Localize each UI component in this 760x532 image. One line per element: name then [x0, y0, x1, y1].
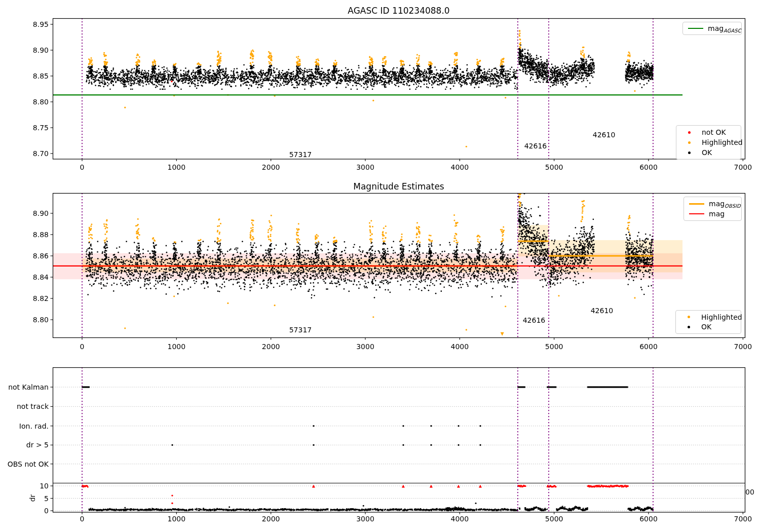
x-tick-label: 0 [80, 343, 85, 351]
legend-row: OK [681, 322, 736, 332]
y-tick-label: 8.80 [33, 316, 49, 324]
legend-top-markers: not OK Highlighted OK [676, 125, 741, 160]
x-tick-label: 5000 [545, 515, 563, 523]
legend-mag-lines: magOBSID mag [683, 197, 742, 221]
obsid-label-57317-middle: 57317 [289, 326, 312, 334]
x-tick-label: 5000 [545, 343, 563, 351]
category-label: OBS not OK [8, 460, 49, 468]
obsid-label-42610-top: 42610 [593, 131, 616, 139]
legend-row: OK [681, 147, 736, 158]
x-tick-label: 1000 [168, 343, 186, 351]
legend-label-highlighted: Highlighted [702, 138, 743, 146]
x-tick-label: 7000 [734, 515, 752, 523]
category-label: Ion. rad. [19, 422, 49, 430]
x-tick-label: 6000 [639, 343, 658, 351]
x-tick-label: 2000 [262, 163, 280, 171]
category-label: not track [17, 402, 49, 410]
top-plot-title: AGASC ID 110234088.0 [348, 6, 449, 16]
legend-label-mag-agasc: magAGASC [708, 24, 741, 32]
category-label: not Kalman [8, 383, 49, 391]
obsid-label-57317-top: 57317 [289, 150, 312, 159]
dr-axis-label: dr [28, 495, 36, 502]
x-tick-label: 0 [80, 163, 85, 171]
legend-row: not OK [681, 127, 736, 137]
red-line-sample [689, 213, 704, 214]
legend-label-highlighted: Highlighted [701, 313, 742, 321]
legend-row: magOBSID [689, 199, 736, 209]
x-tick-label: 2000 [262, 515, 280, 523]
legend-label-not-ok: not OK [702, 128, 726, 136]
x-tick-label: 4000 [451, 343, 469, 351]
black-dot-icon [688, 326, 690, 328]
legend-row: Highlighted [681, 137, 736, 147]
y-tick-label: 8.86 [33, 252, 49, 260]
legend-mag-agasc: magAGASC [682, 22, 742, 35]
plots-canvas [0, 0, 760, 532]
legend-row: Highlighted [681, 312, 736, 322]
orange-dot-icon [688, 141, 691, 144]
x-tick-label: 3000 [356, 515, 374, 523]
x-tick-label: 3000 [356, 163, 374, 171]
x-tick-label: 1000 [168, 515, 186, 523]
x-tick-label: 4000 [451, 163, 469, 171]
legend-label-ok: OK [702, 148, 712, 157]
y-tick-label: 8.70 [33, 149, 49, 158]
middle-plot-title: Magnitude Estimates [353, 181, 444, 192]
clipped-tick-label: 00 [745, 488, 754, 496]
dr-tick-label: 0 [44, 507, 49, 515]
obsid-label-42610-middle: 42610 [591, 307, 614, 315]
obsid-label-42616-top: 42616 [524, 142, 547, 150]
y-tick-label: 8.90 [33, 209, 49, 217]
black-dot-icon [688, 151, 691, 154]
x-tick-label: 7000 [734, 163, 752, 171]
x-tick-label: 3000 [356, 343, 374, 351]
x-tick-label: 1000 [168, 163, 186, 171]
y-tick-label: 8.85 [33, 72, 49, 80]
dr-tick-label: 10 [40, 482, 49, 490]
legend-row: magAGASC [688, 24, 736, 33]
x-tick-label: 6000 [639, 163, 658, 171]
y-tick-label: 8.84 [33, 273, 49, 281]
legend-label-mag: mag [709, 210, 725, 218]
obsid-label-42616-middle: 42616 [523, 316, 546, 324]
legend-label-ok: OK [701, 323, 711, 331]
figure: AGASC ID 110234088.0 Magnitude Estimates… [0, 0, 760, 532]
x-tick-label: 7000 [734, 343, 752, 351]
x-tick-label: 5000 [545, 163, 563, 171]
x-tick-label: 4000 [451, 515, 469, 523]
legend-label-mag-obsid: magOBSID [709, 200, 741, 208]
green-line-sample [688, 28, 703, 29]
x-tick-label: 0 [80, 515, 85, 523]
y-tick-label: 8.90 [33, 46, 49, 54]
y-tick-label: 8.88 [33, 231, 49, 239]
orange-dot-icon [688, 316, 690, 318]
red-dot-icon [688, 131, 691, 134]
x-tick-label: 6000 [639, 515, 658, 523]
y-tick-label: 8.75 [33, 124, 49, 132]
dr-tick-label: 5 [44, 495, 49, 503]
orange-line-sample [689, 203, 704, 205]
category-label: dr > 5 [26, 441, 49, 449]
y-tick-label: 8.82 [33, 294, 49, 302]
y-tick-label: 8.80 [33, 98, 49, 106]
x-tick-label: 2000 [262, 343, 280, 351]
y-tick-label: 8.95 [33, 20, 49, 28]
legend-row: mag [689, 209, 736, 219]
legend-middle-markers: Highlighted OK [675, 310, 741, 334]
